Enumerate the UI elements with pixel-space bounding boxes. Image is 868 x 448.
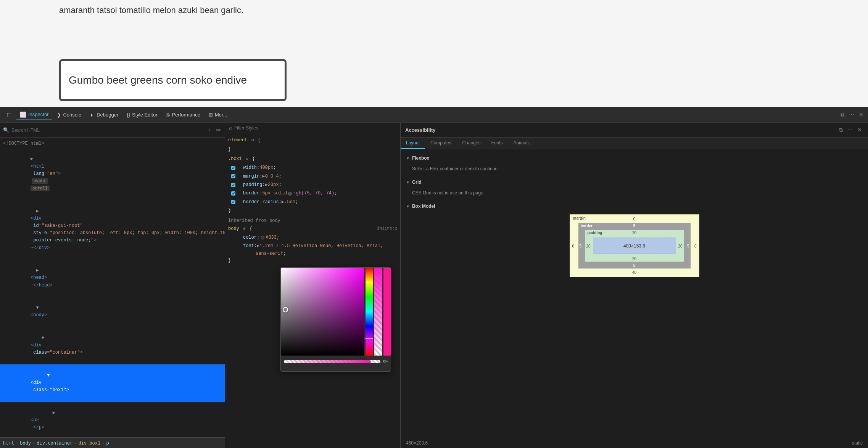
css-value-width[interactable]: 400px bbox=[259, 164, 273, 171]
dock-button[interactable]: ⧉ bbox=[839, 111, 846, 119]
color-picker-gradient-area[interactable] bbox=[281, 268, 391, 356]
hue-indicator bbox=[366, 338, 373, 339]
css-box1-gear[interactable]: ⚙ bbox=[246, 157, 248, 161]
breadcrumb-p[interactable]: p bbox=[106, 440, 109, 446]
tab-layout[interactable]: Layout bbox=[401, 137, 425, 149]
right-panel-overflow-button[interactable]: ⋯ bbox=[846, 126, 854, 134]
overflow-button[interactable]: ⋯ bbox=[847, 111, 856, 119]
css-value-margin[interactable]: 0 0 4 bbox=[265, 173, 279, 180]
close-button[interactable]: ✕ bbox=[857, 111, 865, 119]
box-model-section-header[interactable]: ▼ Box Model bbox=[406, 201, 863, 211]
breadcrumb-container[interactable]: div.container bbox=[37, 440, 72, 446]
padding-right-value[interactable]: 20 bbox=[678, 244, 682, 248]
style-editor-tab[interactable]: {} Style Editor bbox=[123, 110, 161, 120]
tab-computed[interactable]: Computed bbox=[425, 137, 457, 149]
css-body-gear[interactable]: ⚙ bbox=[243, 226, 246, 231]
margin-bottom-value[interactable]: 40 bbox=[632, 270, 636, 275]
breadcrumb-html[interactable]: html bbox=[3, 440, 14, 446]
css-filter-bar: ⊿ bbox=[225, 123, 400, 133]
css-value-font[interactable]: 1.2em / 1.5 Helvetica Neue, Helvetica, A… bbox=[259, 242, 383, 250]
css-margin-checkbox[interactable] bbox=[231, 174, 235, 178]
css-selector-body[interactable]: body bbox=[228, 226, 239, 231]
css-prop-border[interactable]: border bbox=[237, 189, 259, 197]
css-value-border-radius[interactable]: .5em bbox=[284, 198, 295, 206]
css-filter-input[interactable] bbox=[234, 125, 397, 131]
css-value-color[interactable]: #333 bbox=[266, 234, 277, 241]
css-prop-padding[interactable]: padding bbox=[237, 181, 262, 189]
html-line-saka[interactable]: ▶ <div id="saka-gui-root" style="positio… bbox=[0, 200, 225, 260]
right-panel-dock-button[interactable]: ⧉ bbox=[837, 126, 844, 134]
right-content: ▼ Flexbox Select a Flex container or ite… bbox=[401, 149, 868, 438]
html-line-head[interactable]: ▶ <head> ⋯</head> bbox=[0, 259, 225, 297]
css-box1-close: } bbox=[225, 206, 400, 215]
console-label: Console bbox=[63, 112, 81, 118]
breadcrumb-box1[interactable]: div.box1 bbox=[78, 440, 100, 446]
right-panel-close-button[interactable]: ✕ bbox=[856, 126, 863, 134]
opacity-slider[interactable] bbox=[284, 360, 380, 363]
breadcrumb-sep-1: › bbox=[16, 440, 18, 446]
padding-left-value[interactable]: 20 bbox=[586, 244, 591, 248]
color-swatch[interactable] bbox=[261, 236, 264, 239]
css-font-prop: font : ▶ 1.2em / 1.5 Helvetica Neue, Hel… bbox=[225, 242, 400, 250]
color-result-swatch[interactable] bbox=[383, 268, 391, 356]
margin-left-value[interactable]: 0 bbox=[572, 244, 575, 248]
border-left-value[interactable]: 5 bbox=[580, 244, 582, 248]
add-node-button[interactable]: ＋ bbox=[205, 125, 213, 135]
inspector-tab[interactable]: ⬜ Inspector bbox=[16, 110, 52, 120]
flexbox-section-header[interactable]: ▼ Flexbox bbox=[406, 153, 863, 163]
grid-section-header[interactable]: ▼ Grid bbox=[406, 177, 863, 187]
css-prop-border-radius[interactable]: border-radius bbox=[237, 198, 279, 206]
html-line-container[interactable]: ▼ <div class="container"> bbox=[0, 327, 225, 364]
gear-icon[interactable]: ⚙ bbox=[251, 138, 254, 142]
css-border-checkbox[interactable] bbox=[231, 191, 235, 196]
css-margin-prop: margin : ▶ 0 0 4; bbox=[225, 172, 400, 181]
flexbox-chevron: ▼ bbox=[406, 156, 410, 160]
color-gradient-canvas[interactable] bbox=[281, 268, 364, 356]
padding-bottom-value[interactable]: 20 bbox=[632, 257, 636, 261]
tab-fonts[interactable]: Fonts bbox=[486, 137, 508, 149]
tab-changes[interactable]: Changes bbox=[457, 137, 486, 149]
css-value-border-color[interactable]: rgb(75, 70, 74) bbox=[293, 189, 334, 197]
border-right-value[interactable]: 5 bbox=[687, 244, 689, 248]
css-prop-width[interactable]: width bbox=[237, 164, 257, 171]
css-prop-font[interactable]: font bbox=[237, 242, 254, 250]
padding-top-value[interactable]: 20 bbox=[632, 231, 636, 235]
margin-right-value[interactable]: 0 bbox=[694, 244, 697, 248]
eyedropper-button[interactable]: ✏ bbox=[383, 358, 388, 365]
border-bottom-value[interactable]: 5 bbox=[633, 264, 636, 268]
css-padding-checkbox[interactable] bbox=[231, 183, 235, 187]
css-border-radius-checkbox[interactable] bbox=[231, 200, 235, 204]
color-picker-handle[interactable] bbox=[283, 307, 288, 312]
more-tab[interactable]: ⊞ Mer... bbox=[205, 110, 231, 120]
cursor-tool-button[interactable]: ⬚ bbox=[3, 110, 15, 120]
html-content[interactable]: <!DOCTYPE html> ▶ <html lang="en"> event… bbox=[0, 137, 225, 437]
html-line-p1[interactable]: ▶ <p> ⋯</p> bbox=[0, 402, 225, 437]
css-box1-rule: .box1 ⚙ { bbox=[225, 154, 400, 163]
tab-animations[interactable]: Animati... bbox=[508, 137, 538, 149]
html-line-html[interactable]: ▶ <html lang="en"> event scroll bbox=[0, 148, 225, 200]
border-color-swatch[interactable] bbox=[288, 192, 292, 196]
performance-label: Performance bbox=[172, 112, 200, 118]
css-value-padding[interactable]: 20px bbox=[268, 181, 279, 189]
alpha-slider[interactable] bbox=[374, 268, 382, 356]
css-font-arrow: ▶ bbox=[257, 242, 259, 250]
margin-top-value[interactable]: 0 bbox=[633, 217, 636, 221]
css-prop-margin[interactable]: margin bbox=[237, 173, 259, 180]
html-search-input[interactable] bbox=[11, 128, 203, 133]
css-prop-color[interactable]: color bbox=[237, 234, 257, 241]
performance-tab[interactable]: ◎ Performance bbox=[162, 110, 204, 120]
css-selector-box1[interactable]: .box1 bbox=[228, 156, 242, 162]
css-color-prop: color : #333; bbox=[225, 233, 400, 242]
breadcrumb-body[interactable]: body bbox=[20, 440, 31, 446]
debugger-tab[interactable]: ⏵ Debugger bbox=[86, 110, 122, 120]
border-top-value[interactable]: 5 bbox=[633, 224, 636, 228]
breadcrumb: html › body › div.container › div.box1 ›… bbox=[0, 437, 225, 448]
css-width-checkbox[interactable] bbox=[231, 166, 235, 170]
css-value-border-size[interactable]: 5px solid bbox=[262, 189, 287, 197]
hue-slider[interactable] bbox=[366, 268, 373, 356]
css-border-radius-arrow: ▶ bbox=[282, 198, 284, 206]
html-line-body[interactable]: ▼ <body> bbox=[0, 297, 225, 327]
console-tab[interactable]: ❯ Console bbox=[53, 110, 85, 120]
html-line-box1[interactable]: ▼ <div class="box1"> bbox=[0, 364, 225, 402]
eyedropper-icon[interactable]: ✏ bbox=[215, 126, 222, 134]
